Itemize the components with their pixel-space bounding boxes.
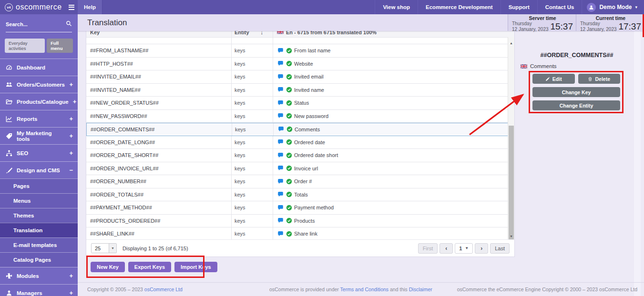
sidebar-item-catalog-pages[interactable]: Catalog Pages bbox=[0, 252, 78, 267]
scroll-down-icon[interactable]: ▼ bbox=[508, 233, 514, 239]
support-link[interactable]: Support bbox=[501, 0, 537, 14]
new-key-button[interactable]: New Key bbox=[91, 262, 125, 272]
user-menu[interactable]: Demo Mode ▾ bbox=[582, 0, 644, 14]
table-row[interactable]: ##INVITED_EMAIL## keys Invited email bbox=[86, 70, 514, 84]
hamburger-menu-icon[interactable] bbox=[69, 5, 74, 10]
chat-bubble-icon bbox=[277, 178, 284, 185]
page-header: Translation Server time Thursday 12 Janu… bbox=[78, 14, 644, 31]
table-row-selected[interactable]: ##ORDER_COMMENTS## keys Comments bbox=[86, 123, 514, 136]
export-keys-button[interactable]: Export Keys bbox=[128, 262, 171, 272]
table-row[interactable]: ##PRODUCTS_ORDERED## keys Products bbox=[86, 215, 514, 228]
uk-flag-icon bbox=[277, 30, 284, 35]
person-icon bbox=[6, 290, 12, 296]
table-row[interactable]: ##ORDER_TOTALS## keys Totals bbox=[86, 188, 514, 202]
check-circle-icon bbox=[286, 73, 292, 80]
check-circle-icon bbox=[286, 230, 292, 237]
table-row[interactable]: ##ORDER_DATE_SHORT## keys Ordered date s… bbox=[86, 149, 514, 162]
chat-bubble-icon bbox=[277, 191, 284, 198]
table-row[interactable]: ##PAYMENT_METHOD## keys Payment method bbox=[86, 201, 514, 215]
scrollbar-thumb[interactable] bbox=[509, 126, 514, 240]
help-tab[interactable]: Help bbox=[78, 0, 102, 14]
current-time-date: Thursday 12 January, 2023 bbox=[580, 21, 617, 32]
sidebar-item-seo[interactable]: SEO + bbox=[0, 144, 78, 161]
chat-bubble-icon bbox=[277, 165, 284, 172]
check-circle-icon bbox=[286, 60, 292, 67]
table-row[interactable]: ##NEW_PASSWORD## keys New password bbox=[86, 110, 514, 123]
contact-us-link[interactable]: Contact Us bbox=[537, 0, 582, 14]
table-row[interactable]: ##SHARE_LINK## keys Share link bbox=[86, 227, 514, 241]
table-row[interactable]: ##HTTP_HOST## keys Website bbox=[86, 58, 514, 71]
column-header-entity[interactable]: Entity↓ bbox=[232, 30, 273, 37]
everyday-activities-toggle[interactable]: Everyday activities bbox=[5, 39, 45, 53]
sidebar-item-themes[interactable]: Themes bbox=[0, 208, 78, 223]
first-page-button[interactable]: First bbox=[418, 243, 438, 254]
current-time-clock: 17:37 bbox=[618, 21, 641, 32]
sidebar-item-dashboard[interactable]: Dashboard bbox=[0, 59, 78, 76]
scroll-up-icon[interactable]: ▲ bbox=[508, 40, 514, 46]
chevron-down-icon: ▼ bbox=[465, 246, 469, 250]
server-time-panel: Server time Thursday 12 January, 2023 15… bbox=[508, 14, 576, 31]
import-keys-button[interactable]: Import Keys bbox=[174, 262, 217, 272]
folder-icon bbox=[6, 99, 12, 105]
view-shop-link[interactable]: View shop bbox=[375, 0, 418, 14]
page-title: Translation bbox=[78, 14, 508, 31]
ecommerce-development-link[interactable]: Ecommerce Development bbox=[418, 0, 501, 14]
chevron-down-icon: ▾ bbox=[635, 5, 637, 10]
table-row[interactable]: ##FROM_LASTNAME## keys From last name bbox=[86, 44, 514, 58]
brand-name: oscommerce bbox=[16, 3, 62, 11]
table-row[interactable]: ##ORDER_DATE_LONG## keys Ordered date bbox=[86, 136, 514, 149]
footer: Copyright © 2005 – 2023 osCommerce Ltd o… bbox=[78, 282, 644, 296]
sidebar-item-orders-customers[interactable]: Orders/Customers + bbox=[0, 76, 78, 93]
full-menu-toggle[interactable]: Full menu bbox=[47, 39, 73, 53]
sidebar-item-email-templates[interactable]: E-mail templates bbox=[0, 237, 78, 252]
delete-button[interactable]: Delete bbox=[578, 74, 621, 84]
check-circle-icon bbox=[286, 204, 292, 211]
column-header-language[interactable]: En - 6715 from 6715 translated 100% bbox=[273, 30, 514, 37]
sidebar-item-modules[interactable]: Modules + bbox=[0, 267, 78, 284]
footer-copyright: Copyright © 2005 – 2023 osCommerce Ltd bbox=[87, 286, 245, 292]
sidebar: Search... Everyday activities Full menu … bbox=[0, 14, 78, 296]
sidebar-item-menus[interactable]: Menus bbox=[0, 193, 78, 208]
dashboard-icon bbox=[6, 64, 12, 71]
column-header-key[interactable]: Key bbox=[86, 30, 232, 37]
sidebar-item-managers[interactable]: Managers + bbox=[0, 284, 78, 296]
page-scrollbar-track[interactable] bbox=[634, 14, 641, 296]
chat-bubble-icon bbox=[277, 230, 284, 237]
chevron-down-icon: ▼ bbox=[109, 244, 116, 253]
table-row[interactable]: ##ORDER_INVOICE_URL## keys Invoice url bbox=[86, 162, 514, 176]
search-icon[interactable] bbox=[66, 20, 72, 29]
table-scrollbar[interactable]: ▲ ▼ bbox=[508, 37, 514, 240]
sidebar-item-reports[interactable]: Reports + bbox=[0, 110, 78, 127]
check-circle-icon bbox=[286, 217, 292, 224]
chat-bubble-icon bbox=[277, 99, 284, 106]
translation-table: Key Entity↓ En - 6715 from 6715 translat… bbox=[86, 30, 515, 257]
check-circle-icon bbox=[286, 87, 292, 93]
disclaimer-link[interactable]: Disclaimer bbox=[409, 286, 432, 292]
change-key-button[interactable]: Change Key bbox=[532, 87, 620, 97]
change-entity-button[interactable]: Change Entity bbox=[532, 100, 620, 110]
sidebar-item-pages[interactable]: Pages bbox=[0, 178, 78, 193]
search-input[interactable]: Search... bbox=[6, 20, 72, 32]
next-page-button[interactable]: › bbox=[475, 243, 488, 254]
brand-logo[interactable]: v4 oscommerce bbox=[0, 0, 78, 14]
oscommerce-ltd-link[interactable]: osCommerce Ltd bbox=[144, 286, 183, 292]
table-row[interactable]: ##INVITED_NAME## keys Invited name bbox=[86, 84, 514, 97]
sidebar-item-design-and-cms[interactable]: Design and CMS − bbox=[0, 161, 78, 178]
page-select[interactable]: 1▼ bbox=[455, 243, 473, 254]
prev-page-button[interactable]: ‹ bbox=[440, 243, 453, 254]
table-row[interactable]: ##ORDER_NUMBER## keys Order # bbox=[86, 175, 514, 188]
edit-button[interactable]: Edit bbox=[532, 74, 575, 84]
server-time-date: Thursday 12 January, 2023 bbox=[512, 21, 549, 32]
check-circle-icon bbox=[286, 113, 292, 119]
detail-language-row: Comments bbox=[521, 63, 557, 69]
sidebar-item-my-marketing-tools[interactable]: My Marketing tools + bbox=[0, 127, 78, 144]
terms-link[interactable]: Terms and Conditions bbox=[340, 286, 389, 292]
trash-icon bbox=[588, 77, 593, 81]
sidebar-item-products-catalogue[interactable]: Products/Catalogue + bbox=[0, 93, 78, 110]
topbar-spacer bbox=[102, 0, 375, 14]
brush-icon bbox=[6, 167, 12, 174]
last-page-button[interactable]: Last bbox=[490, 243, 510, 254]
table-row[interactable]: ##NEW_ORDER_STATUS## keys Status bbox=[86, 97, 514, 110]
sidebar-item-translation[interactable]: Translation bbox=[0, 223, 78, 237]
per-page-select[interactable]: 25 ▼ bbox=[91, 243, 117, 253]
